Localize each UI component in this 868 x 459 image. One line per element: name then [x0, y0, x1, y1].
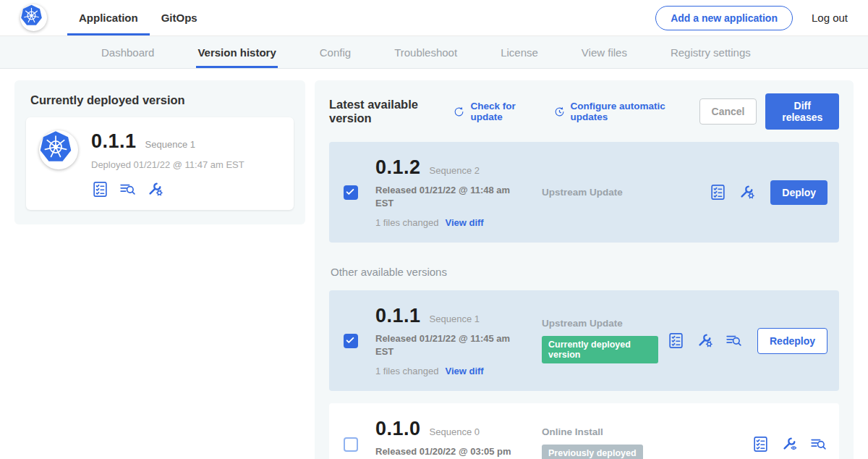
deploy-button[interactable]: Deploy: [770, 180, 827, 205]
source-label: Online Install: [542, 426, 743, 437]
files-changed-label: 1 files changed: [375, 366, 438, 376]
subnav-item-registry-settings[interactable]: Registry settings: [669, 36, 752, 68]
previously-deployed-badge: Previously deployed: [542, 445, 643, 459]
version-actions: Deploy: [709, 180, 827, 205]
version-number: 0.1.1: [375, 305, 421, 327]
view-diff-link[interactable]: View diff: [445, 366, 483, 376]
preflight-checks-icon[interactable]: [667, 332, 685, 350]
version-checkbox[interactable]: [344, 437, 358, 452]
source-label: Upstream Update: [542, 187, 700, 198]
tab-application[interactable]: Application: [67, 0, 150, 35]
deployed-version-number: 0.1.1: [91, 130, 137, 153]
version-checkbox[interactable]: [344, 334, 358, 348]
sequence-label: Sequence 2: [430, 165, 480, 176]
deployed-version-tile: 0.1.1 Sequence 1 Deployed 01/21/22 @ 11:…: [26, 117, 294, 210]
version-source: Upstream Update Currently deployed versi…: [542, 318, 658, 363]
configure-automatic-updates-link[interactable]: Configure automatic updates: [553, 101, 681, 122]
subnav-item-troubleshoot[interactable]: Troubleshoot: [393, 36, 459, 68]
other-versions-title: Other available versions: [331, 266, 839, 278]
released-timestamp: Released 01/21/22 @ 11:45 am EST: [375, 332, 517, 358]
top-nav-right: Add a new application Log out: [655, 6, 848, 30]
add-application-button[interactable]: Add a new application: [655, 6, 793, 30]
logout-link[interactable]: Log out: [812, 12, 848, 24]
check-icon: [345, 439, 357, 450]
kubernetes-logo: [20, 4, 47, 31]
edit-config-icon[interactable]: [738, 183, 756, 201]
version-number: 0.1.0: [375, 418, 421, 440]
subnav-item-config[interactable]: Config: [318, 36, 352, 68]
version-row-0-1-2: 0.1.2 Sequence 2 Released 01/21/22 @ 11:…: [329, 142, 839, 243]
sequence-label: Sequence 0: [430, 426, 480, 437]
latest-version-header: Latest available version Check for updat…: [329, 93, 839, 130]
latest-version-title: Latest available version: [329, 98, 441, 125]
edit-config-icon[interactable]: [696, 332, 714, 350]
clock-refresh-icon: [553, 106, 566, 118]
redeploy-button[interactable]: Redeploy: [757, 328, 827, 354]
app-sub-nav: Dashboard Version history Config Trouble…: [0, 36, 868, 69]
deployed-sequence-label: Sequence 1: [145, 139, 195, 150]
check-icon: [345, 187, 357, 198]
version-row-0-1-1: 0.1.1 Sequence 1 Released 01/21/22 @ 11:…: [329, 290, 839, 391]
view-config-icon[interactable]: [780, 435, 799, 453]
tab-gitops[interactable]: GitOps: [150, 0, 209, 35]
version-number: 0.1.2: [375, 156, 421, 179]
currently-deployed-badge: Currently deployed version: [542, 336, 658, 363]
check-icon: [345, 335, 357, 347]
released-timestamp: Released 01/20/22 @ 03:05 pm EST: [375, 445, 517, 459]
deploy-logs-icon[interactable]: [725, 332, 743, 350]
version-info: 0.1.2 Sequence 2 Released 01/21/22 @ 11:…: [375, 156, 517, 228]
top-tabs: Application GitOps: [67, 0, 209, 35]
main-content: Currently deployed version 0.1.1 Sequenc…: [0, 69, 868, 459]
version-info: 0.1.1 Sequence 1 Released 01/21/22 @ 11:…: [375, 305, 517, 376]
cancel-button[interactable]: Cancel: [699, 98, 757, 125]
deploy-logs-icon[interactable]: [809, 435, 827, 453]
deployed-card-title: Currently deployed version: [30, 93, 294, 107]
sequence-label: Sequence 1: [430, 313, 480, 324]
check-for-update-label: Check for update: [470, 101, 534, 122]
source-label: Upstream Update: [542, 318, 658, 329]
check-for-update-link[interactable]: Check for update: [453, 101, 534, 122]
diff-releases-button[interactable]: Diff releases: [765, 93, 839, 130]
deployed-version-info: 0.1.1 Sequence 1 Deployed 01/21/22 @ 11:…: [91, 130, 244, 198]
app-logo: [39, 130, 78, 169]
released-timestamp: Released 01/21/22 @ 11:48 am EST: [375, 184, 517, 209]
top-nav: Application GitOps Add a new application…: [0, 0, 868, 36]
version-source: Online Install Previously deployed: [542, 426, 743, 459]
subnav-item-version-history[interactable]: Version history: [196, 36, 277, 68]
preflight-checks-icon[interactable]: [752, 435, 770, 453]
preflight-checks-icon[interactable]: [709, 183, 727, 201]
version-actions: Redeploy: [667, 328, 827, 354]
subnav-item-dashboard[interactable]: Dashboard: [100, 36, 156, 68]
currently-deployed-card: Currently deployed version 0.1.1 Sequenc…: [14, 80, 305, 224]
deploy-logs-icon[interactable]: [119, 180, 137, 198]
preflight-checks-icon[interactable]: [91, 180, 109, 198]
version-actions: [752, 435, 827, 453]
edit-config-icon[interactable]: [146, 180, 164, 198]
view-diff-link[interactable]: View diff: [445, 217, 483, 228]
version-row-0-1-0: 0.1.0 Sequence 0 Released 01/20/22 @ 03:…: [329, 403, 839, 459]
files-changed-label: 1 files changed: [375, 217, 438, 228]
kubernetes-wheel-icon: [20, 4, 47, 31]
version-source: Upstream Update: [542, 187, 700, 198]
version-checkbox[interactable]: [344, 185, 358, 200]
subnav-item-view-files[interactable]: View files: [580, 36, 629, 68]
subnav-item-license[interactable]: License: [499, 36, 540, 68]
deployed-timestamp: Deployed 01/21/22 @ 11:47 am EST: [91, 159, 244, 170]
kubernetes-wheel-icon: [39, 130, 78, 169]
version-info: 0.1.0 Sequence 0 Released 01/20/22 @ 03:…: [375, 418, 517, 459]
version-history-panel: Latest available version Check for updat…: [315, 80, 854, 459]
refresh-icon: [453, 106, 465, 118]
configure-updates-label: Configure automatic updates: [571, 101, 681, 122]
